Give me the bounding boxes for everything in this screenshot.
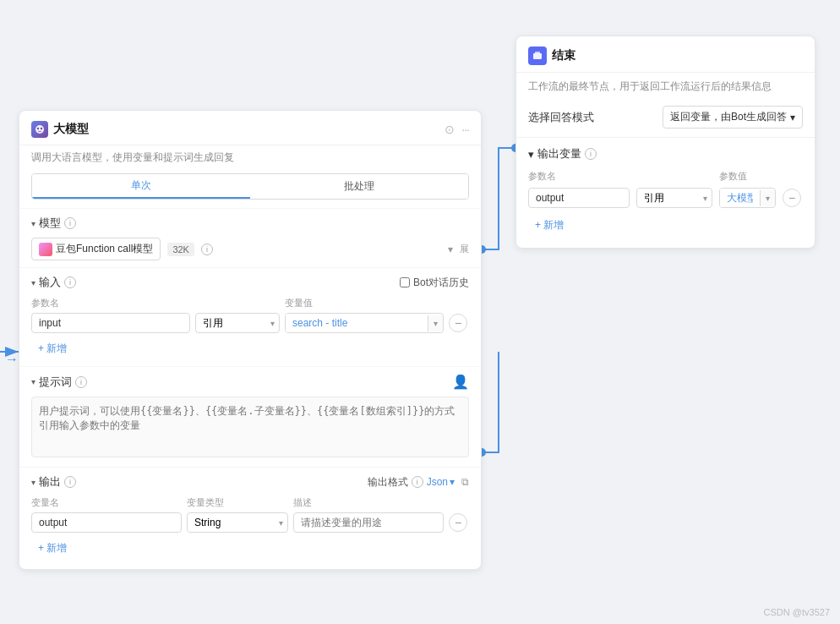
output-param-labels: 变量名 变量类型 描述: [31, 496, 469, 509]
output-copy-icon[interactable]: ⧉: [461, 476, 469, 488]
output-vars-header: ▾ 输出变量 i: [528, 146, 803, 161]
token-badge: 32K: [167, 243, 194, 256]
output-type-dropdown-0[interactable]: String: [187, 512, 288, 533]
end-type-select-0[interactable]: 引用 ▾: [636, 188, 712, 208]
model-section: ▾ 模型 i 豆包Function call模型 32K i ▾ 展: [19, 208, 481, 267]
output-param-row-0: String ▾ −: [31, 512, 469, 533]
input-param-name-0[interactable]: [31, 313, 190, 333]
input-label: 输入: [39, 275, 61, 290]
end-param-name-0[interactable]: [528, 188, 630, 208]
end-value-input-0[interactable]: [720, 189, 760, 207]
output-vars-info-icon[interactable]: i: [585, 148, 597, 160]
prompt-collapse-icon[interactable]: ▾: [31, 377, 35, 386]
model-expand-label: 展: [460, 243, 469, 255]
output-add-btn[interactable]: + 新增: [31, 538, 74, 559]
svg-point-6: [35, 125, 44, 134]
end-card-icon: [528, 47, 547, 65]
output-remove-btn-0[interactable]: −: [449, 513, 467, 532]
output-header: ▾ 输出 i 输出格式 i Json ▾ ⧉: [31, 474, 469, 490]
input-type-select-dropdown-0[interactable]: 引用: [195, 313, 280, 333]
reply-mode-label: 选择回答模式: [528, 110, 594, 125]
tab-batch[interactable]: 批处理: [250, 174, 468, 199]
settings-icon[interactable]: ⊙: [445, 123, 455, 136]
reply-mode-arrow: ▾: [790, 112, 795, 123]
llm-card-header: 大模型 ⊙ ···: [19, 111, 481, 145]
output-format-row: 输出格式 i Json ▾ ⧉: [368, 475, 469, 490]
output-col-type: 变量类型: [187, 496, 288, 509]
output-section: ▾ 输出 i 输出格式 i Json ▾ ⧉ 变量名 变量类型 描述: [19, 467, 481, 569]
reply-mode-row: 选择回答模式 返回变量，由Bot生成回答 ▾: [516, 101, 815, 137]
input-add-btn[interactable]: + 新增: [31, 338, 74, 359]
model-info-icon2[interactable]: i: [201, 244, 213, 255]
value-dropdown-arrow-0[interactable]: ▾: [428, 315, 443, 331]
output-desc-input-0[interactable]: [293, 512, 444, 533]
input-col-value: 变量值: [285, 297, 444, 309]
output-vars-section: ▾ 输出变量 i 参数名 参数值 引用 ▾ ▾ −: [516, 137, 815, 248]
model-section-header: ▾ 模型 i: [31, 216, 469, 231]
output-format-label: 输出格式: [368, 475, 408, 490]
output-col-desc: 描述: [293, 496, 444, 509]
prompt-header: ▾ 提示词 i 👤: [31, 374, 469, 390]
llm-card-subtitle: 调用大语言模型，使用变量和提示词生成回复: [19, 145, 481, 173]
tab-single[interactable]: 单次: [32, 174, 250, 199]
model-badge[interactable]: 豆包Function call模型: [31, 238, 161, 260]
input-col-name: 参数名: [31, 297, 190, 309]
model-expand-select[interactable]: ▾: [448, 244, 453, 255]
end-col-name: 参数名: [528, 170, 630, 183]
input-type-select-0[interactable]: 引用 ▾: [195, 313, 280, 333]
end-param-row-0: 引用 ▾ ▾ −: [528, 188, 803, 208]
model-row: 豆包Function call模型 32K i ▾ 展: [31, 238, 469, 260]
output-format-arrow[interactable]: ▾: [450, 476, 455, 488]
output-vars-label: 输出变量: [537, 146, 581, 161]
prompt-label: 提示词: [39, 375, 72, 390]
output-vars-collapse-icon[interactable]: ▾: [528, 148, 534, 161]
prompt-info-icon[interactable]: i: [75, 376, 87, 388]
more-icon[interactable]: ···: [461, 123, 469, 136]
output-title: ▾ 输出 i: [31, 474, 76, 490]
end-card: 结束 工作流的最终节点，用于返回工作流运行后的结果信息 选择回答模式 返回变量，…: [515, 36, 815, 249]
input-info-icon[interactable]: i: [64, 276, 76, 288]
model-collapse-icon[interactable]: ▾: [31, 219, 35, 228]
input-section-title: ▾ 输入 i: [31, 275, 76, 290]
model-badge-icon: [39, 243, 52, 256]
model-name: 豆包Function call模型: [56, 242, 153, 256]
input-section-header: ▾ 输入 i Bot对话历史: [31, 275, 469, 290]
end-type-dropdown-0[interactable]: 引用: [636, 188, 712, 208]
end-value-dropdown-arrow-0[interactable]: ▾: [760, 190, 775, 206]
output-format-select[interactable]: Json ▾: [427, 476, 455, 488]
end-col-value: 参数值: [719, 170, 776, 183]
output-type-select-0[interactable]: String ▾: [187, 512, 288, 533]
reply-mode-select[interactable]: 返回变量，由Bot生成回答 ▾: [663, 106, 803, 129]
input-value-input-0[interactable]: [286, 314, 428, 332]
model-label: 模型: [39, 216, 61, 231]
output-format-info-icon[interactable]: i: [412, 476, 423, 488]
bot-history-label: Bot对话历史: [413, 276, 469, 290]
prompt-section: ▾ 提示词 i 👤: [19, 366, 481, 467]
output-info-icon[interactable]: i: [64, 476, 76, 488]
output-format-value: Json: [427, 476, 448, 488]
end-card-header: 结束: [516, 36, 815, 73]
end-card-title: 结束: [552, 48, 575, 63]
end-remove-btn-0[interactable]: −: [783, 189, 801, 207]
prompt-textarea[interactable]: [31, 397, 469, 457]
input-collapse-icon[interactable]: ▾: [31, 278, 35, 287]
end-param-labels: 参数名 参数值: [528, 170, 803, 183]
model-info-icon[interactable]: i: [64, 217, 76, 229]
input-param-labels: 参数名 变量值: [31, 297, 469, 309]
input-section: ▾ 输入 i Bot对话历史 参数名 变量值 引用 ▾: [19, 267, 481, 366]
svg-rect-10: [535, 52, 540, 54]
prompt-person-icon[interactable]: 👤: [452, 374, 469, 390]
output-label: 输出: [39, 474, 61, 490]
prompt-title: ▾ 提示词 i: [31, 375, 87, 390]
end-card-subtitle: 工作流的最终节点，用于返回工作流运行后的结果信息: [516, 73, 815, 101]
bot-history-checkbox-label[interactable]: Bot对话历史: [400, 276, 469, 290]
input-param-row-0: 引用 ▾ ▾ −: [31, 313, 469, 333]
input-value-wrapper-0: ▾: [285, 313, 444, 333]
input-remove-btn-0[interactable]: −: [449, 314, 467, 332]
bot-history-checkbox[interactable]: [400, 277, 410, 287]
end-add-btn[interactable]: + 新增: [528, 215, 570, 236]
reply-mode-value: 返回变量，由Bot生成回答: [670, 110, 787, 124]
output-param-name-0[interactable]: [31, 512, 182, 533]
llm-card-title: 大模型: [53, 122, 89, 137]
output-collapse-icon[interactable]: ▾: [31, 478, 35, 487]
